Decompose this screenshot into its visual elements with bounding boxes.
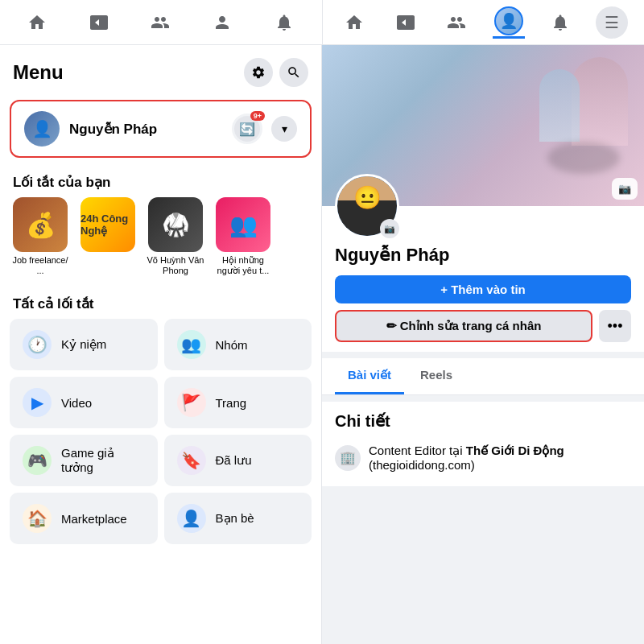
tile-label-game: Game giả tưởng (61, 446, 145, 475)
tile-label-memories: Kỷ niệm (61, 337, 106, 352)
detail-title: Chi tiết (335, 411, 631, 431)
top-nav: 👤 ☰ (0, 0, 644, 45)
search-button[interactable] (279, 58, 308, 87)
edit-profile-button[interactable]: ✏ Chỉnh sửa trang cá nhân (335, 310, 592, 342)
menu-title: Menu (13, 61, 64, 84)
shortcut-vo[interactable]: 🥋 Võ Huỳnh Văn Phong (145, 197, 206, 276)
profile-pic-wrapper: 😐 📷 (335, 174, 399, 238)
tab-posts[interactable]: Bài viết (335, 358, 404, 394)
all-shortcuts-grid: 🕐 Kỷ niệm 👥 Nhóm ▶ Video 🚩 Trang 🎮 Game … (0, 319, 321, 554)
nav-profile-left[interactable] (206, 6, 238, 39)
profile-card-right: 🔄 9+ ▾ (229, 111, 297, 147)
shadow (547, 142, 620, 174)
nav-home-right[interactable] (338, 6, 370, 39)
right-panel: 📷 😐 📷 Nguyễn Pháp + Thêm vào tin ✏ Chỉnh… (322, 45, 644, 644)
detail-text-job: Content Editor tại Thế Giới Di Động (the… (369, 444, 631, 472)
tile-icon-video: ▶ (23, 388, 52, 417)
nav-friends-right[interactable] (441, 6, 473, 39)
more-options-button[interactable]: ••• (599, 310, 631, 342)
shortcut-icon-hoi: 👥 (216, 197, 270, 252)
detail-job: 🏢 Content Editor tại Thế Giới Di Động (t… (335, 439, 631, 477)
figure-right (572, 57, 628, 146)
tile-label-groups: Nhóm (216, 338, 248, 352)
tile-game[interactable]: 🎮 Game giả tưởng (10, 435, 158, 486)
add-to-feed-button[interactable]: + Thêm vào tin (335, 275, 631, 303)
tile-saved[interactable]: 🔖 Đã lưu (164, 435, 312, 486)
nav-friends-left[interactable] (145, 6, 177, 39)
camera-icon-cover: 📷 (618, 183, 631, 195)
tile-label-video: Video (61, 396, 92, 410)
profile-dropdown-btn[interactable]: ▾ (271, 116, 297, 142)
tile-icon-groups: 👥 (177, 330, 206, 359)
nav-profile-right-active[interactable]: 👤 (493, 6, 525, 39)
profile-avatar-inner: 👤 (24, 111, 60, 147)
profile-card-avatar: 👤 (24, 111, 60, 147)
nav-video-right[interactable] (390, 6, 422, 39)
tile-friends[interactable]: 👤 Bạn bè (164, 493, 312, 544)
detail-suffix: (thegioididong.com) (369, 458, 475, 472)
profile-card-left: 👤 Nguyễn Pháp (24, 111, 157, 147)
shortcut-hoi[interactable]: 👥 Hội những người yêu t... (213, 197, 274, 276)
nav-home-left[interactable] (21, 6, 53, 39)
tile-icon-page: 🚩 (177, 388, 206, 417)
profile-avatar-nav: 👤 (494, 6, 523, 35)
main-content: Menu 👤 Nguyễn Pháp 🔄 9+ (0, 45, 644, 644)
tile-icon-game: 🎮 (23, 446, 52, 475)
left-panel: Menu 👤 Nguyễn Pháp 🔄 9+ (0, 45, 322, 644)
shortcuts-grid: 💰 Job freelance/ ... 24h Công Nghệ 🥋 Võ … (0, 197, 321, 286)
shortcut-label-vo: Võ Huỳnh Văn Phong (145, 255, 206, 276)
menu-header: Menu (0, 45, 321, 93)
nav-bell-right[interactable] (544, 6, 576, 39)
shortcut-icon-24h: 24h Công Nghệ (80, 197, 135, 252)
shortcut-job[interactable]: 💰 Job freelance/ ... (10, 197, 71, 276)
tile-page[interactable]: 🚩 Trang (164, 377, 312, 428)
shortcut-label-job: Job freelance/ ... (10, 255, 71, 276)
tile-label-page: Trang (216, 396, 247, 410)
detail-icon-job: 🏢 (335, 445, 361, 471)
tile-label-saved: Đã lưu (216, 453, 252, 468)
nav-bell-left[interactable] (268, 6, 300, 39)
profile-username: Nguyễn Pháp (335, 245, 631, 266)
camera-icon-avatar: 📷 (384, 224, 395, 234)
tile-memories[interactable]: 🕐 Kỷ niệm (10, 319, 158, 370)
tile-groups[interactable]: 👥 Nhóm (164, 319, 312, 370)
tile-video[interactable]: ▶ Video (10, 377, 158, 428)
tile-icon-memories: 🕐 (23, 330, 52, 359)
nav-video-left[interactable] (83, 6, 115, 39)
tab-reels[interactable]: Reels (407, 358, 465, 394)
nav-left (0, 0, 323, 44)
settings-button[interactable] (244, 58, 273, 87)
tile-label-marketplace: Marketplace (61, 512, 127, 526)
badge-count: 9+ (250, 111, 265, 121)
nav-right: 👤 ☰ (323, 0, 645, 44)
shortcut-label-hoi: Hội những người yêu t... (213, 255, 274, 276)
profile-tabs: Bài viết Reels (322, 358, 644, 395)
figure-center (539, 69, 580, 142)
nav-menu-right[interactable]: ☰ (596, 6, 628, 39)
profile-card[interactable]: 👤 Nguyễn Pháp 🔄 9+ ▾ (10, 100, 312, 158)
profile-card-name: Nguyễn Pháp (69, 121, 157, 138)
all-shortcuts-title: Tất cả lối tắt (0, 286, 321, 319)
action-row: ✏ Chỉnh sửa trang cá nhân ••• (335, 310, 631, 342)
tile-icon-marketplace: 🏠 (23, 504, 52, 533)
tile-icon-saved: 🔖 (177, 446, 206, 475)
detail-company: Thế Giới Di Động (466, 444, 564, 457)
edit-cover-btn[interactable]: 📷 (612, 178, 638, 200)
shortcut-icon-job: 💰 (13, 197, 68, 252)
menu-actions (244, 58, 308, 87)
tile-label-friends: Bạn bè (216, 511, 254, 526)
detail-text-prefix: Content Editor tại (369, 444, 466, 457)
shortcut-24h[interactable]: 24h Công Nghệ (77, 197, 138, 276)
edit-avatar-btn[interactable]: 📷 (380, 219, 399, 238)
tile-icon-friends: 👤 (177, 504, 206, 533)
tile-marketplace[interactable]: 🏠 Marketplace (10, 493, 158, 544)
notification-badge[interactable]: 🔄 9+ (229, 111, 265, 147)
shortcut-icon-vo: 🥋 (148, 197, 203, 252)
detail-section: Chi tiết 🏢 Content Editor tại Thế Giới D… (322, 402, 644, 486)
shortcuts-title: Lối tắt của bạn (0, 164, 321, 197)
